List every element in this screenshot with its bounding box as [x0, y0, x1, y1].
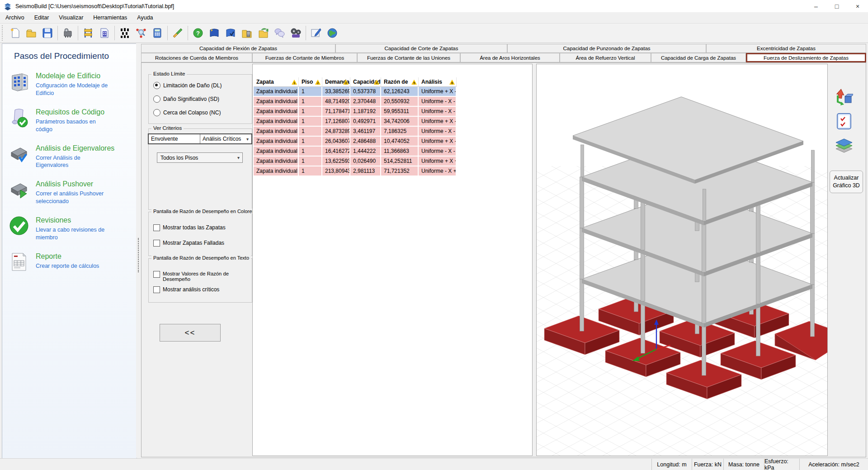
menu-archivo[interactable]: Archivo	[1, 13, 29, 22]
cell-capacidad: 2,370448	[350, 97, 381, 107]
tab-area-refuerzo[interactable]: Área de Refuerzo Vertical	[560, 53, 651, 62]
radio-dot[interactable]	[153, 82, 160, 89]
step-requisitos-codigo[interactable]: Requisitos de Código Parámetros basados …	[9, 107, 132, 133]
maximize-button[interactable]: □	[826, 0, 847, 12]
calculator-button[interactable]	[149, 25, 165, 41]
table-row[interactable]: Zapata individual124,8732893,4611977,186…	[254, 127, 457, 137]
axes-cube-icon[interactable]	[835, 88, 853, 105]
check-book-button[interactable]	[222, 25, 239, 41]
close-button[interactable]: ×	[847, 0, 868, 12]
table-row[interactable]: Zapata individual1213,809432,98111371,72…	[254, 166, 457, 176]
radio-label: Cerca del Colapso (NC)	[163, 109, 221, 116]
step-title[interactable]: Requisitos de Código	[36, 108, 113, 116]
menu-ayuda[interactable]: Ayuda	[132, 13, 157, 22]
minimize-button[interactable]: –	[806, 0, 826, 12]
table-row[interactable]: Zapata individual117,1268070,49297134,74…	[254, 117, 457, 127]
step-title[interactable]: Análisis de Eigenvalores	[36, 144, 114, 152]
forum-comments-button[interactable]	[271, 25, 288, 41]
table-row[interactable]: Zapata individual126,0436072,48648810,47…	[254, 137, 457, 147]
tab-capacidad-carga[interactable]: Capacidad de Carga de Zapatas	[651, 53, 746, 62]
tab-content: Estado Límite Limitación de Daño (DL) Da…	[141, 62, 866, 457]
step-title[interactable]: Modelaje de Edificio	[36, 72, 113, 80]
step-analisis-eigenvalores[interactable]: Análisis de Eigenvalores Correr Análisis…	[9, 143, 132, 170]
processor-settings-button[interactable]	[60, 25, 76, 41]
table-row[interactable]: Zapata individual116,4162721,44422211,36…	[254, 147, 457, 157]
step-title[interactable]: Análisis Pushover	[36, 180, 113, 188]
building-modeller-button[interactable]	[96, 25, 113, 41]
step-modelaje-edificio[interactable]: Modelaje de Edificio Cofiguración de Mod…	[9, 71, 132, 97]
member-pattern-button[interactable]	[117, 25, 133, 41]
table-row[interactable]: Zapata individual171,1784711,18719259,95…	[254, 107, 457, 117]
radio-dot[interactable]	[153, 95, 160, 103]
project-folder-button[interactable]	[239, 25, 255, 41]
help-button[interactable]: ?	[190, 25, 206, 41]
tab-capacidad-flexion[interactable]: Capacidad de Flexión de Zapatas	[141, 44, 335, 53]
tab-capacidad-corte[interactable]: Capacidad de Corte de Zapatas	[335, 44, 507, 53]
frame-elements-button[interactable]	[80, 25, 96, 41]
step-revisiones[interactable]: Revisiones Llevar a cabo revisiones de m…	[9, 215, 132, 242]
refresh-folder-button[interactable]	[255, 25, 271, 41]
chevron-down-icon[interactable]: ▾	[246, 137, 249, 142]
new-project-button[interactable]	[7, 25, 23, 41]
open-project-button[interactable]	[23, 25, 39, 41]
radio-dano-significativo[interactable]: Daño Significativo (SD)	[153, 95, 219, 103]
step-reporte[interactable]: Reporte Crear reporte de cálculos	[9, 252, 132, 272]
step-subtitle[interactable]: Correr el análisis Pushover seleccionado	[36, 190, 113, 205]
tab-fuerzas-cortante-uniones[interactable]: Fuerzas de Cortante de las Uniones	[357, 53, 460, 62]
header-zapata[interactable]: Zapata1	[254, 77, 299, 87]
menu-editar[interactable]: Editar	[30, 13, 54, 22]
menu-visualizar[interactable]: Visualizar	[54, 13, 88, 22]
header-piso[interactable]: Piso2	[299, 77, 322, 87]
tab-excentricidad[interactable]: Excentricidad de Zapatas	[706, 44, 866, 53]
web-globe-button[interactable]	[324, 25, 340, 41]
step-analisis-pushover[interactable]: Análisis Pushover Correr el análisis Pus…	[9, 179, 132, 205]
video-tutorials-button[interactable]	[288, 25, 304, 41]
table-row[interactable]: Zapata individual113,6225930,026490514,2…	[254, 157, 457, 166]
step-subtitle[interactable]: Parámetros basados en código	[36, 118, 113, 133]
checkbox-box[interactable]	[153, 286, 160, 293]
tab-fuerzas-cortante-miembros[interactable]: Fuerzas de Cortante de Miembros	[252, 53, 357, 62]
step-subtitle[interactable]: Llevar a cabo revisiones de miembro	[36, 226, 113, 242]
menu-herramientas[interactable]: Herramientas	[89, 13, 132, 22]
table-row[interactable]: Zapata individual133,3852690,53737862,12…	[254, 87, 457, 97]
header-razon[interactable]: Razón de5	[381, 77, 419, 87]
step-subtitle[interactable]: Crear reporte de cálculos	[36, 262, 99, 270]
chevron-down-icon[interactable]: ▾	[237, 155, 240, 160]
step-subtitle[interactable]: Cofiguración de Modelaje de Edificio	[36, 82, 113, 97]
checkbox-mostrar-analisis-criticos[interactable]: Mostrar análisis críticos	[153, 286, 219, 293]
table-row[interactable]: Zapata individual148,7149202,37044820,55…	[254, 97, 457, 107]
step-subtitle[interactable]: Correr Análisis de Eigenvalores	[36, 154, 113, 170]
sidebar-splitter[interactable]	[136, 43, 141, 458]
radio-cerca-colapso[interactable]: Cerca del Colapso (NC)	[153, 109, 221, 116]
checkbox-mostrar-todas-zapatas[interactable]: Mostrar todas las Zapatas	[153, 224, 226, 231]
viewport-3d[interactable]	[536, 64, 828, 456]
radio-limitacion-dano[interactable]: Limitación de Daño (DL)	[153, 82, 222, 89]
tab-area-aros[interactable]: Área de Aros Horizontales	[460, 53, 560, 62]
radio-dot[interactable]	[153, 109, 160, 116]
header-analisis[interactable]: Análisis6	[419, 77, 457, 87]
eigenvalue-model-button[interactable]	[133, 25, 149, 41]
floors-combobox[interactable]: Todos los Pisos ▾	[157, 152, 243, 163]
step-title[interactable]: Revisiones	[36, 216, 113, 224]
checkbox-mostrar-zapatas-falladas[interactable]: Mostrar Zapatas Falladas	[153, 240, 224, 247]
tab-fuerza-deslizamiento[interactable]: Fuerza de Deslizamiento de Zapatas	[746, 53, 866, 62]
header-demanda[interactable]: Demanda3	[322, 77, 350, 87]
save-project-button[interactable]	[39, 25, 56, 41]
checkbox-mostrar-valores-razon[interactable]: Mostrar Valores de Razón de Desempeño	[153, 271, 249, 282]
checkbox-box[interactable]	[153, 240, 160, 247]
checklist-icon[interactable]	[837, 113, 851, 130]
tab-rotaciones-cuerda[interactable]: Rotaciones de Cuerda de Miembros	[141, 53, 252, 62]
paintbrush-button[interactable]	[170, 25, 186, 41]
tutorial-book-button[interactable]	[206, 25, 222, 41]
layers-icon[interactable]	[835, 138, 853, 155]
update-3d-button[interactable]: Actualizar Gráfico 3D	[830, 171, 863, 193]
collapse-panel-button[interactable]: <<	[160, 324, 221, 342]
report-editor-button[interactable]	[308, 25, 324, 41]
checkbox-box[interactable]	[153, 271, 160, 278]
header-capacidad[interactable]: Capacidad4	[350, 77, 381, 87]
splitter-handle[interactable]	[138, 238, 139, 272]
checkbox-box[interactable]	[153, 224, 160, 231]
step-title[interactable]: Reporte	[36, 252, 99, 261]
criteria-combobox[interactable]: Envolvente Análisis Críticos▾	[148, 133, 252, 144]
tab-capacidad-punzonado[interactable]: Capacidad de Punzonado de Zapatas	[507, 44, 706, 53]
